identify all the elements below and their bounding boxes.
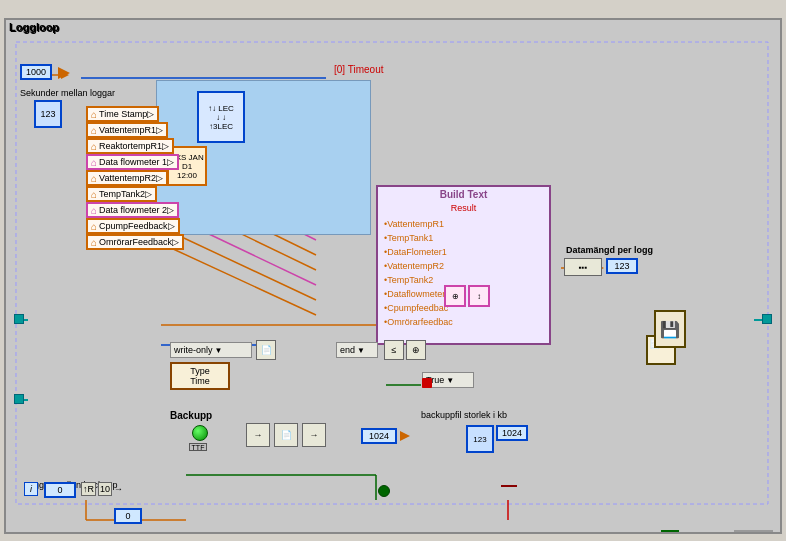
loggar-10-icon: 10 xyxy=(98,482,112,496)
timeout-area: ↑↓ LEC ↓ ↓ ↑3LEC EXS JAN D1 12:00 xyxy=(156,80,371,235)
input-reaktortempR1: ⌂ ReaktortempR1▷ xyxy=(86,138,174,154)
backup-led[interactable] xyxy=(192,425,208,441)
input-timestamp: ⌂ Time Stamp▷ xyxy=(86,106,159,122)
sekunder-value[interactable]: 1000 xyxy=(20,64,52,80)
house-icon-flowmeter2: ⌂ xyxy=(91,205,97,216)
house-icon-cpump: ⌂ xyxy=(91,221,97,232)
build-text-block: Build Text Result •VattentempR1 •TempTan… xyxy=(376,185,551,345)
loop-indicator xyxy=(378,485,390,497)
backupp-label: Backupp xyxy=(170,410,212,421)
canvas-title: Loggloop xyxy=(10,22,60,34)
write-only-selector[interactable]: write-only xyxy=(170,342,252,358)
input-label-flowmeter2: Data flowmeter 2▷ xyxy=(99,205,174,215)
input-label-timestamp: Time Stamp▷ xyxy=(99,109,154,119)
out-dataflometer1: •DataFlometer1 xyxy=(384,245,547,259)
left-terminal-2 xyxy=(14,394,24,404)
house-icon-reaktortempR1: ⌂ xyxy=(91,141,97,152)
house-icon-omrorar: ⌂ xyxy=(91,237,97,248)
input-label-reaktortempR1: ReaktortempR1▷ xyxy=(99,141,169,151)
loggar-icons: ↑R 10 → xyxy=(81,482,123,496)
out-temptank1: •TempTank1 xyxy=(384,231,547,245)
backupp-storlek-label: backuppfil storlek i kb xyxy=(421,410,507,420)
lec-icon: ↑↓ LEC ↓ ↓ ↑3LEC xyxy=(197,91,245,143)
result-label: Result xyxy=(380,203,547,213)
input-label-temptank2: TempTank2▷ xyxy=(99,189,152,199)
svg-line-8 xyxy=(171,232,316,300)
svg-marker-30 xyxy=(58,67,70,79)
window-title: Loggloop xyxy=(6,20,780,34)
file-icon: 📄 xyxy=(256,340,276,360)
backupp-icon: 123 xyxy=(466,425,494,453)
loggar-arrow: → xyxy=(114,484,123,494)
backup-arrow2: → xyxy=(302,423,326,447)
input-label-flowmeter1: Data flowmeter 1▷ xyxy=(99,157,174,167)
datamangd-label: Datamängd per logg xyxy=(566,245,653,255)
flowmeter-block1: ⊕ xyxy=(444,285,466,307)
arrow-1024 xyxy=(400,431,410,443)
backup-arrow1: → xyxy=(246,423,270,447)
left-terminal-1 xyxy=(14,314,24,324)
compare-icon: ≤ xyxy=(384,340,404,360)
info-box: i xyxy=(24,482,38,496)
house-icon-temptank2: ⌂ xyxy=(91,189,97,200)
right-terminal xyxy=(762,314,772,324)
build-text-label: Build Text xyxy=(380,189,547,200)
main-canvas: Loggloop xyxy=(4,18,782,534)
zero-value[interactable]: 0 xyxy=(114,508,142,524)
f-block: F xyxy=(661,530,679,534)
backup-indicator: TTF xyxy=(189,443,207,451)
loggar-r-icon: ↑R xyxy=(81,482,96,496)
out-vattentempR1: •VattentempR1 xyxy=(384,217,547,231)
stop-button[interactable]: ▶ stop xyxy=(734,530,773,534)
input-label-cpump: CpumpFeedback▷ xyxy=(99,221,175,231)
input-flowmeter2: ⌂ Data flowmeter 2▷ xyxy=(86,202,179,218)
stop-led[interactable] xyxy=(501,485,517,487)
write-file-icon-right: 💾 xyxy=(660,320,680,339)
input-label-omrorar: OmrörarFeedback▷ xyxy=(99,237,179,247)
house-icon-timestamp: ⌂ xyxy=(91,109,97,120)
write-file-block-right: 💾 xyxy=(654,310,686,348)
input-cpump: ⌂ CpumpFeedback▷ xyxy=(86,218,180,234)
multiply-icon xyxy=(58,67,70,81)
red-stop-button[interactable] xyxy=(501,485,517,501)
house-icon-vattentempR1: ⌂ xyxy=(91,125,97,136)
svg-marker-31 xyxy=(400,431,410,441)
input-temptank2: ⌂ TempTank2▷ xyxy=(86,186,157,202)
svg-line-9 xyxy=(171,248,316,315)
timeout-label: [0] Timeout xyxy=(334,64,383,75)
input-vattentempR1: ⌂ VattentempR1▷ xyxy=(86,122,168,138)
backup-1024[interactable]: 1024 xyxy=(361,428,397,444)
type-time-label: Type Time xyxy=(190,366,210,386)
out-vattentempR2: •VattentempR2 xyxy=(384,259,547,273)
input-flowmeter1: ⌂ Data flowmeter 1▷ xyxy=(86,154,179,170)
datamangd-icon-block: ▪▪▪ xyxy=(564,258,602,276)
backupp-kb-value[interactable]: 1024 xyxy=(496,425,528,441)
backup-file-icon: 📄 xyxy=(274,423,298,447)
house-icon-vattentempR2: ⌂ xyxy=(91,173,97,184)
true-indicator xyxy=(422,378,432,388)
func-icon2: ⊕ xyxy=(406,340,426,360)
input-label-vattentempR2: VattentempR2▷ xyxy=(99,173,163,183)
out-omrorar: •Omrörarfeedbac xyxy=(384,315,547,329)
sekunder-numeric[interactable]: 123 xyxy=(34,100,62,128)
house-icon-flowmeter1: ⌂ xyxy=(91,157,97,168)
end-selector[interactable]: end xyxy=(336,342,378,358)
type-time-box: Type Time xyxy=(170,362,230,390)
flowmeter-block2: ↕ xyxy=(468,285,490,307)
sekunder-num-label: 123 xyxy=(40,109,55,119)
input-vattentempR2: ⌂ VattentempR2▷ xyxy=(86,170,168,186)
build-text-outputs: •VattentempR1 •TempTank1 •DataFlometer1 … xyxy=(384,217,547,329)
datamangd-value[interactable]: 123 xyxy=(606,258,638,274)
loggar-numeric[interactable]: 0 xyxy=(44,482,76,498)
input-label-vattentempR1: VattentempR1▷ xyxy=(99,125,163,135)
input-omrorar: ⌂ OmrörarFeedback▷ xyxy=(86,234,184,250)
sekunder-label: Sekunder mellan loggar xyxy=(20,88,115,98)
